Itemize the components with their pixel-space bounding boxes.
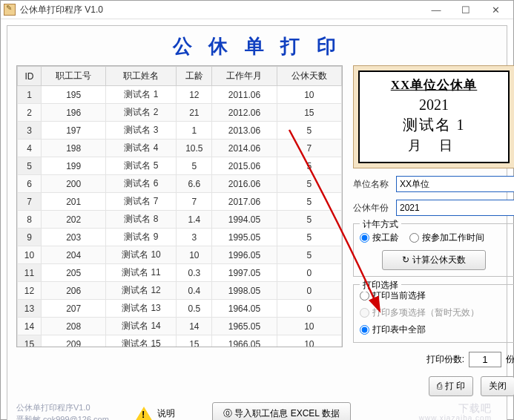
table-row[interactable]: 14208测试名 14141965.0510	[18, 318, 342, 335]
titlebar[interactable]: 公休单打印程序 V1.0 — ☐ ✕	[1, 1, 513, 19]
table-row[interactable]: 15209测试名 15151966.0510	[18, 335, 342, 348]
footer-info: 公休单打印程序V1.0 晋毅敏 cok999@126.com	[16, 402, 128, 420]
minimize-button[interactable]: —	[421, 1, 451, 19]
warning-icon	[135, 407, 153, 421]
table-row[interactable]: 10204测试名 10101996.055	[18, 246, 342, 264]
table-row[interactable]: 8202测试名 81.41994.055	[18, 211, 342, 229]
table-row[interactable]: 12206测试名 120.41998.050	[18, 282, 342, 300]
year-input[interactable]	[396, 200, 514, 216]
copies-unit: 份	[506, 353, 514, 366]
help-button[interactable]: 说明	[157, 407, 175, 420]
import-button[interactable]: ⓪ 导入职工信息 EXCEL 数据	[212, 402, 351, 420]
copies-input[interactable]	[469, 352, 501, 367]
unit-input[interactable]	[396, 176, 514, 192]
print-select-fieldset: 打印选择 打印当前选择 打印多项选择（暂时无效） 打印表中全部	[353, 284, 514, 343]
table-row[interactable]: 7201测试名 772017.065	[18, 193, 342, 211]
import-icon: ⓪	[223, 408, 232, 419]
calc-button[interactable]: ↻ 计算公休天数	[382, 250, 486, 270]
unit-label: 单位名称	[353, 178, 392, 191]
app-window: 公休单打印程序 V1.0 — ☐ ✕ 公 休 单 打 印 ID职工工号职工姓名工…	[0, 0, 514, 420]
card-name: 测试名 1	[363, 115, 505, 135]
col-header[interactable]: 职工姓名	[106, 67, 177, 86]
col-header[interactable]: 工作年月	[212, 67, 277, 86]
main-panel: 公 休 单 打 印 ID职工工号职工姓名工龄工作年月公休天数 1195测试名 1…	[7, 25, 507, 420]
card-year: 2021	[363, 96, 505, 114]
card-title: XX单位公休单	[363, 76, 505, 93]
copies-label: 打印份数:	[426, 353, 464, 366]
table-row[interactable]: 1195测试名 1122011.0610	[18, 86, 342, 104]
radio-print-all[interactable]: 打印表中全部	[360, 324, 508, 336]
page-title: 公 休 单 打 印	[16, 33, 498, 59]
col-header[interactable]: 公休天数	[277, 67, 341, 86]
print-icon: ⎙	[437, 381, 442, 391]
table-row[interactable]: 11205测试名 110.31997.050	[18, 264, 342, 282]
window-title: 公休单打印程序 V1.0	[20, 4, 421, 16]
maximize-button[interactable]: ☐	[451, 1, 481, 19]
table-row[interactable]: 5199测试名 552015.065	[18, 157, 342, 175]
col-header[interactable]: 工龄	[177, 67, 212, 86]
table-row[interactable]: 4198测试名 410.52014.067	[18, 140, 342, 157]
refresh-icon: ↻	[402, 255, 409, 265]
app-icon	[4, 4, 16, 16]
calc-legend: 计年方式	[360, 218, 401, 231]
radio-by-date[interactable]: 按参加工作时间	[409, 232, 484, 244]
calc-fieldset: 计年方式 按工龄 按参加工作时间 ↻ 计算公休天数	[353, 223, 514, 277]
table-row[interactable]: 3197测试名 312013.065	[18, 122, 342, 140]
card-date: 月 日	[363, 137, 505, 154]
radio-by-age[interactable]: 按工龄	[360, 232, 399, 244]
print-button[interactable]: ⎙ 打 印	[429, 376, 473, 396]
table-row[interactable]: 9203测试名 931995.055	[18, 229, 342, 246]
table-row[interactable]: 2196测试名 2212012.0615	[18, 104, 342, 122]
col-header[interactable]: 职工工号	[42, 67, 106, 86]
radio-print-multi: 打印多项选择（暂时无效）	[360, 306, 508, 319]
table-row[interactable]: 6200测试名 66.62016.065	[18, 175, 342, 193]
close-button[interactable]: ✕	[481, 1, 510, 19]
table-row[interactable]: 13207测试名 130.51964.050	[18, 300, 342, 318]
close-panel-button[interactable]: 关闭	[481, 376, 514, 396]
col-header[interactable]: ID	[18, 67, 42, 86]
preview-card: XX单位公休单 2021 测试名 1 月 日	[353, 65, 514, 168]
year-label: 公休年份	[353, 202, 392, 214]
data-grid[interactable]: ID职工工号职工姓名工龄工作年月公休天数 1195测试名 1122011.061…	[16, 65, 343, 347]
print-select-legend: 打印选择	[360, 279, 401, 292]
